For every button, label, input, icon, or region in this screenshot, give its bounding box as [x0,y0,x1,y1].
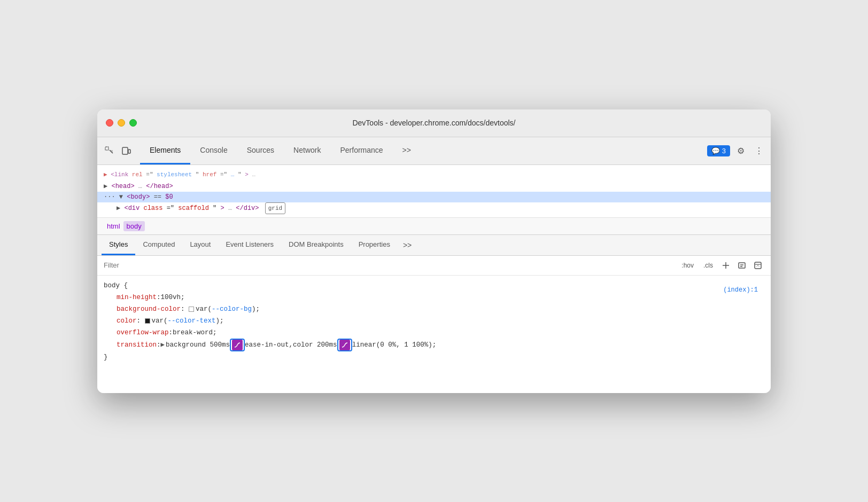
dom-line-scaffold[interactable]: ▶ <div class =" scaffold " > … </div> gr… [97,202,771,214]
css-rules: body { (index):1 min-height : 100vh; bac… [97,276,771,393]
close-button[interactable] [106,119,113,127]
breadcrumb-bar: html body [97,217,771,234]
filter-bar: :hov .cls [97,256,771,276]
tab-network[interactable]: Network [284,137,330,164]
style-tab-styles[interactable]: Styles [102,235,135,255]
tab-console[interactable]: Console [190,137,237,164]
traffic-lights [106,119,137,127]
maximize-button[interactable] [129,119,137,127]
css-close-brace: } [104,351,764,363]
elements-panel: ▶ <link rel =" stylesheet " href =" … " … [97,165,771,235]
style-tab-dom-breakpoints[interactable]: DOM Breakpoints [281,235,351,255]
css-rule-overflow-wrap: overflow-wrap : break-word; [104,327,764,339]
grid-badge[interactable]: grid [265,202,285,214]
style-tab-event-listeners[interactable]: Event Listeners [218,235,281,255]
color-swatch[interactable] [145,318,150,324]
more-options-button[interactable]: ⋮ [751,143,766,158]
settings-button[interactable]: ⚙ [733,143,748,158]
notification-icon: 💬 [711,147,720,155]
notification-badge[interactable]: 💬 3 [707,145,730,156]
background-color-swatch[interactable] [189,307,194,312]
dom-line-head[interactable]: ▶ <head> … </head> [97,181,771,192]
svg-rect-2 [128,150,130,153]
style-tab-computed[interactable]: Computed [135,235,182,255]
dom-line-faded[interactable]: ▶ <link rel =" stylesheet " href =" … " … [97,168,771,181]
style-tabs: Styles Computed Layout Event Listeners D… [97,235,771,256]
hov-filter-button[interactable]: :hov [678,261,697,270]
devtools-toolbar: Elements Console Sources Network Perform… [97,137,771,165]
style-tabs-more-button[interactable]: >> [398,237,417,254]
filter-buttons: :hov .cls [678,259,764,272]
window-title: DevTools - developer.chrome.com/docs/dev… [352,119,515,127]
more-icon: ⋮ [755,146,763,156]
tab-elements[interactable]: Elements [140,137,190,164]
dom-tree: ▶ <link rel =" stylesheet " href =" … " … [97,165,771,217]
add-style-rule-button[interactable] [719,259,732,272]
devtools-window: DevTools - developer.chrome.com/docs/dev… [97,109,771,393]
filter-input[interactable] [104,261,678,269]
breadcrumb-body[interactable]: body [123,221,145,231]
minimize-button[interactable] [118,119,125,127]
css-rule-transition: transition : ▶ background 500ms ease-in-… [104,339,764,351]
style-tab-properties[interactable]: Properties [351,235,398,255]
devtools-tabs: Elements Console Sources Network Perform… [140,137,707,164]
cls-filter-button[interactable]: .cls [700,261,716,270]
tab-sources[interactable]: Sources [237,137,284,164]
svg-rect-0 [105,147,108,150]
toolbar-icons [102,143,140,158]
transition-expand-arrow[interactable]: ▶ [161,339,165,351]
svg-rect-3 [739,263,745,268]
easing-icon-1-wrapper [230,339,245,351]
device-toolbar-icon[interactable] [119,143,134,158]
css-source-link[interactable]: (index):1 [723,284,758,296]
breadcrumb-html[interactable]: html [104,221,123,231]
easing-icon-1[interactable] [232,340,243,350]
css-selector: body { [104,282,128,289]
css-rule-background-color: background-color : var(--color-bg); [104,303,764,315]
css-rule-color: color : var(--color-text); [104,315,764,327]
toolbar-right: 💬 3 ⚙ ⋮ [707,143,766,158]
notification-count: 3 [722,147,726,155]
easing-icon-2[interactable] [339,340,350,350]
inspect-element-icon[interactable] [102,143,117,158]
easing-icon-2-wrapper [337,339,352,351]
dom-line-body[interactable]: ··· ▼ <body> == $0 [97,192,771,202]
title-bar: DevTools - developer.chrome.com/docs/dev… [97,109,771,137]
new-style-rule-button[interactable] [751,259,764,272]
css-rule-min-height: min-height : 100vh; [104,292,764,303]
tab-more[interactable]: >> [393,137,421,164]
svg-rect-1 [122,147,128,154]
tab-performance[interactable]: Performance [330,137,392,164]
settings-icon: ⚙ [737,146,745,156]
style-tab-layout[interactable]: Layout [182,235,218,255]
toggle-element-state-button[interactable] [735,259,748,272]
